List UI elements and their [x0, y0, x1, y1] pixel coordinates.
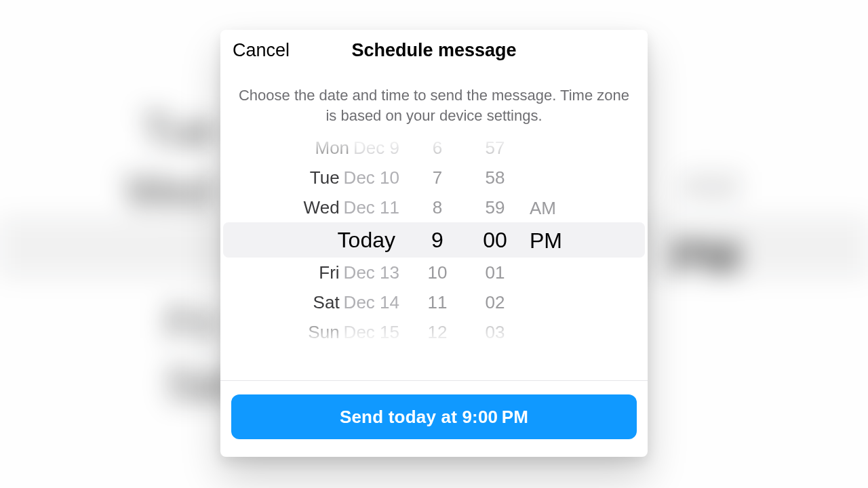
picker-date-item: FriDec 13 — [319, 258, 399, 287]
picker-hour-item: 8 — [410, 192, 465, 222]
picker-minute-item: 02 — [465, 287, 526, 317]
picker-column-date[interactable]: MonDec 9 TueDec 10 WedDec 11 Today FriDe… — [220, 135, 410, 345]
picker-date-item: MonDec 9 — [315, 135, 400, 163]
picker-period-item: AM — [530, 193, 556, 223]
modal-title: Schedule message — [351, 40, 516, 61]
cancel-button[interactable]: Cancel — [233, 40, 290, 61]
picker-minute-item: 03 — [465, 317, 526, 345]
picker-hour-item: 12 — [410, 317, 465, 345]
picker-column-minute[interactable]: 57 58 59 00 01 02 03 — [465, 135, 526, 345]
picker-column-hour[interactable]: 6 7 8 9 10 11 12 — [410, 135, 465, 345]
schedule-message-modal: Cancel Schedule message Choose the date … — [220, 30, 648, 457]
picker-date-item: SunDec 15 — [308, 317, 399, 345]
picker-hour-item: 11 — [410, 287, 465, 317]
picker-date-item: SatDec 14 — [313, 287, 399, 317]
send-button[interactable]: Send today at 9:00 PM — [231, 394, 637, 439]
datetime-picker[interactable]: MonDec 9 TueDec 10 WedDec 11 Today FriDe… — [220, 135, 648, 345]
send-row: Send today at 9:00 PM — [220, 381, 648, 457]
modal-description: Choose the date and time to send the mes… — [220, 70, 648, 131]
picker-date-item: WedDec 11 — [304, 192, 399, 222]
picker-date-item-selected: Today — [338, 222, 399, 258]
picker-minute-item: 57 — [465, 135, 526, 163]
picker-date-item: TueDec 10 — [310, 163, 399, 192]
picker-hour-item-selected: 9 — [410, 222, 465, 258]
modal-header: Cancel Schedule message — [220, 30, 648, 70]
picker-hour-item: 10 — [410, 258, 465, 287]
picker-hour-item: 7 — [410, 163, 465, 192]
picker-minute-item: 58 — [465, 163, 526, 192]
picker-period-item-selected: PM — [530, 223, 562, 258]
picker-hour-item: 6 — [410, 135, 465, 163]
picker-column-period[interactable]: AM PM — [526, 135, 587, 345]
picker-minute-item: 01 — [465, 258, 526, 287]
picker-minute-item: 59 — [465, 192, 526, 222]
picker-minute-item-selected: 00 — [465, 222, 526, 258]
